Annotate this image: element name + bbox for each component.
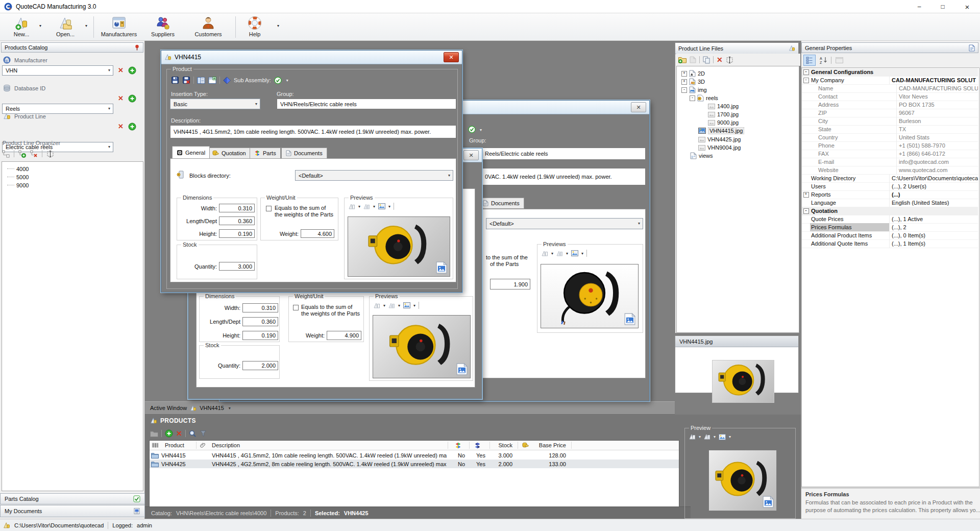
organizer-node-4000[interactable]: 4000 — [7, 165, 29, 173]
tree-node-reels[interactable]: - reels — [677, 94, 812, 102]
save-close-icon[interactable] — [182, 76, 190, 84]
minimize-button[interactable] — [908, 0, 931, 13]
details-view-icon[interactable] — [197, 77, 205, 84]
suppliers-button[interactable]: Suppliers — [146, 15, 180, 40]
property-row-selected[interactable]: Prices Formulas(...), 2 — [802, 223, 978, 232]
tab-documents[interactable]: Documents — [281, 148, 327, 159]
bottom-preview-image[interactable] — [708, 450, 777, 511]
manufacturer-add-icon[interactable] — [128, 66, 136, 75]
tree-node-vhn4415jpg[interactable]: VHN4415.jpg — [677, 127, 820, 135]
table-row-vhn4415[interactable]: VHN4415 VHN4415 , 4G1.5mm2, 10m cable re… — [150, 451, 679, 460]
open-dropdown-arrow[interactable] — [83, 23, 90, 28]
my-documents-bar[interactable]: My Documents — [0, 505, 145, 517]
organizer-node-9000[interactable]: 9000 — [7, 181, 29, 189]
expander-icon[interactable]: - — [690, 95, 695, 101]
expander-icon[interactable]: - — [681, 87, 687, 93]
property-row[interactable]: Additional Quote Items(...), 1 Item(s) — [802, 239, 978, 248]
middle-preview-image[interactable] — [373, 315, 471, 378]
table-row-vhn4425[interactable]: VHN4425 VHN4425 , 4G2.5mm2, 8m cable ree… — [150, 460, 679, 468]
property-row[interactable]: Users(...), 2 User(s) — [802, 182, 978, 191]
property-row[interactable]: StateTX — [802, 125, 978, 134]
property-row[interactable]: ZIP96067 — [802, 109, 978, 117]
properties-view-icon[interactable] — [208, 77, 216, 84]
customers-button[interactable]: Customers — [190, 15, 227, 40]
vhn4415-dialog-titlebar[interactable]: VHN4415 — [161, 51, 462, 64]
open-button[interactable]: Open... — [50, 15, 81, 40]
back-weight-field[interactable]: 1.900 — [490, 279, 530, 289]
preview-image-icon[interactable] — [571, 250, 578, 256]
parts-catalog-bar[interactable]: Parts Catalog — [0, 493, 145, 504]
tree-node-vhn4425jpg[interactable]: VHN4425.jpg — [677, 135, 820, 143]
active-window-dropdown-arrow[interactable] — [227, 406, 232, 411]
organizer-rename-icon[interactable] — [46, 150, 54, 158]
back-preview-image[interactable] — [541, 264, 639, 328]
properties-header[interactable]: General Properties — [801, 42, 978, 53]
manufacturer-delete-icon[interactable] — [118, 67, 124, 74]
organizer-node-5000[interactable]: 5000 — [7, 173, 29, 181]
tab-general[interactable]: General — [172, 146, 210, 159]
subassembly-dropdown-arrow[interactable] — [285, 78, 290, 83]
equals-sum-checkbox[interactable] — [293, 305, 299, 310]
files-panel-header[interactable]: Product Line Files — [675, 43, 798, 54]
middle-weight-field[interactable]: 4.900 — [327, 331, 361, 340]
preview-image-icon[interactable] — [719, 434, 726, 440]
database-add-icon[interactable] — [128, 94, 136, 103]
delete-product-icon[interactable] — [176, 430, 182, 437]
add-file-icon[interactable] — [690, 56, 696, 63]
preview-image-icon[interactable] — [403, 302, 410, 308]
preview-3d-icon[interactable] — [363, 203, 370, 210]
tab-parts[interactable]: Parts — [250, 148, 281, 159]
property-row[interactable]: ContactVitor Neves — [802, 92, 978, 101]
middle-dialog-close-icon[interactable] — [463, 150, 479, 160]
rename-icon[interactable] — [726, 56, 733, 64]
property-row[interactable]: Websitewww.quotecad.com — [802, 166, 978, 175]
organizer-add-icon[interactable] — [18, 150, 26, 158]
preview-3d-icon[interactable] — [556, 250, 563, 257]
subassembly-column-icon[interactable] — [474, 441, 481, 450]
tree-node-views[interactable]: views — [677, 152, 812, 160]
close-button[interactable] — [954, 0, 980, 13]
height-field[interactable]: 0.190 — [219, 229, 255, 238]
weight-field[interactable]: 4.600 — [301, 229, 334, 238]
subassembly-check-icon[interactable] — [274, 77, 282, 84]
length-field[interactable]: 0.360 — [219, 216, 255, 225]
preview-2d-icon[interactable] — [374, 302, 380, 309]
col-product[interactable]: Product — [165, 441, 184, 450]
preview-3d-icon[interactable] — [388, 302, 395, 309]
active-window-value[interactable]: VHN4415 — [200, 405, 224, 411]
add-product-icon[interactable] — [165, 429, 173, 438]
equals-sum-checkbox[interactable] — [266, 206, 272, 211]
middle-height-field[interactable]: 0.190 — [242, 331, 278, 340]
property-pages-icon[interactable] — [833, 55, 845, 66]
new-button[interactable]: New... — [7, 15, 36, 40]
back-description-field[interactable]: 0VAC. 1.4kW reeled (1.9kW unreeled) max.… — [480, 168, 646, 185]
products-catalog-header[interactable]: Products Catalog — [1, 42, 143, 53]
help-dropdown-arrow[interactable] — [275, 23, 282, 28]
product-line-delete-icon[interactable] — [118, 123, 124, 130]
property-row[interactable]: Working DirectoryC:\Users\Vitor\Document… — [802, 174, 978, 183]
product-line-add-icon[interactable] — [128, 123, 136, 131]
preview-image-icon[interactable] — [378, 203, 385, 209]
expander-icon[interactable]: + — [681, 71, 687, 77]
tree-node-2d[interactable]: + 2D — [677, 69, 803, 78]
pin-icon[interactable] — [134, 44, 140, 51]
property-row[interactable]: CountryUnited Stats — [802, 133, 978, 142]
col-base-price[interactable]: Base Price — [533, 441, 566, 450]
col-stock[interactable]: Stock — [495, 441, 512, 450]
expander-icon[interactable]: + — [681, 79, 687, 85]
open-product-icon[interactable] — [150, 430, 158, 437]
property-row[interactable]: AddressPO BOX 1735 — [802, 101, 978, 109]
preview-2d-icon[interactable] — [689, 433, 696, 440]
group-field[interactable]: VHN/Reels/Electric cable reels — [277, 99, 456, 109]
property-row[interactable]: +Reports(...) — [802, 190, 978, 199]
copy-icon[interactable] — [703, 56, 710, 64]
tree-node-3d[interactable]: + 3D — [677, 78, 803, 86]
preview-2d-icon[interactable] — [542, 250, 548, 257]
middle-quantity-field[interactable]: 2.000 — [242, 361, 278, 370]
tree-node-img[interactable]: - img — [677, 86, 803, 94]
back-subassembly-check-icon[interactable] — [468, 126, 476, 133]
tab-quotation[interactable]: Quotation — [208, 148, 251, 159]
organizer-delete-icon[interactable] — [30, 150, 38, 158]
back-blocks-directory-combo[interactable]: <Default> — [486, 218, 643, 229]
back-dialog-close-icon[interactable] — [631, 102, 646, 112]
